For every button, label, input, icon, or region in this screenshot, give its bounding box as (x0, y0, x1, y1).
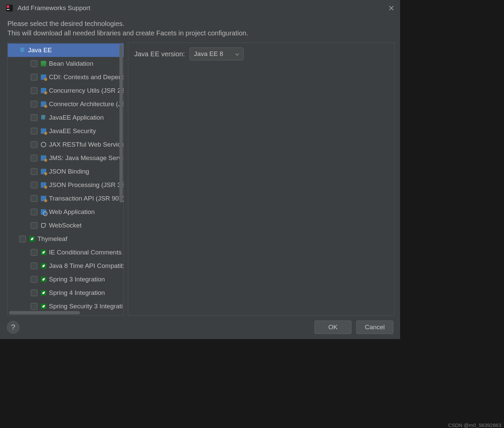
tree-item-label: JavaEE Security (49, 127, 96, 135)
vertical-scrollbar[interactable] (119, 44, 123, 203)
intellij-icon (5, 4, 13, 12)
tree-item-label: IE Conditional Comments S (49, 249, 123, 256)
checkbox[interactable] (31, 303, 37, 310)
tree-item-concurrency-utils-jsr-236[interactable]: Concurrency Utils (JSR 236 (8, 84, 123, 97)
checkbox[interactable] (31, 60, 37, 67)
leaf-icon (40, 249, 47, 256)
tree-item-label: JSON Processing (JSR 353 (49, 181, 123, 189)
tree-item-transaction-api-jsr-907[interactable]: Transaction API (JSR 907) (8, 192, 123, 205)
cube-icon (40, 168, 47, 175)
watermark: CSDN @m0_56392863 (448, 422, 501, 428)
tree-item-label: WebSocket (49, 222, 82, 229)
tree-item-websocket[interactable]: WebSocket (8, 219, 123, 232)
dropdown-value: Java EE 8 (194, 50, 223, 58)
tree-item-ie-conditional-comments-s[interactable]: IE Conditional Comments S (8, 246, 123, 259)
tree-item-label: Transaction API (JSR 907) (49, 195, 123, 202)
svg-rect-1 (7, 5, 9, 8)
tree-item-json-processing-jsr-353[interactable]: JSON Processing (JSR 353 (8, 178, 123, 192)
description-line1: Please select the desired technologies. (7, 19, 393, 28)
sock-icon (40, 222, 47, 229)
globe-icon (40, 141, 47, 148)
checkbox[interactable] (31, 222, 37, 229)
cube-icon (40, 195, 47, 202)
cube-icon (40, 101, 47, 108)
leaf-icon (40, 276, 47, 283)
help-button[interactable]: ? (7, 321, 20, 334)
checkbox[interactable] (31, 114, 37, 121)
tree-item-javaee-application[interactable]: 匪JavaEE Application (8, 111, 123, 124)
tree-item-java-ee[interactable]: 匪Java EE (8, 43, 123, 57)
checkbox[interactable] (31, 276, 37, 283)
technologies-tree[interactable]: 匪Java EEBean ValidationCDI: Contexts and… (7, 42, 124, 315)
tree-item-label: Concurrency Utils (JSR 236 (49, 87, 123, 94)
chevron-down-icon (235, 50, 239, 58)
tree-item-label: Bean Validation (49, 60, 93, 67)
checkbox[interactable] (31, 289, 37, 296)
checkbox[interactable] (31, 141, 37, 148)
leaf-icon (29, 236, 35, 242)
checkbox[interactable] (31, 249, 37, 256)
tree-item-label: JSON Binding (49, 168, 89, 175)
web-icon (40, 209, 47, 215)
checkbox[interactable] (19, 236, 26, 242)
tree-item-label: Web Application (49, 208, 95, 216)
tree-item-javaee-security[interactable]: JavaEE Security (8, 124, 123, 138)
javaee-icon: 匪 (40, 114, 47, 121)
titlebar: Add Frameworks Support (0, 0, 400, 16)
description-line2: This will download all needed libraries … (7, 28, 393, 38)
tree-item-label: Connector Architecture (JS (49, 100, 123, 108)
tree-item-web-application[interactable]: Web Application (8, 205, 123, 219)
leaf-icon (40, 263, 47, 269)
cube-icon (40, 74, 47, 81)
tree-item-label: Spring 4 Integration (49, 289, 105, 297)
checkbox[interactable] (31, 128, 37, 134)
cube-icon (40, 155, 47, 161)
cube-icon (40, 128, 47, 134)
javaee-icon: 匪 (19, 47, 26, 54)
tree-item-java-8-time-api-compatibi[interactable]: Java 8 Time API Compatibi (8, 259, 123, 273)
cancel-button[interactable]: Cancel (356, 320, 393, 334)
dialog-footer: ? OK Cancel (0, 315, 400, 339)
tree-item-label: JMS: Java Message Service (49, 154, 123, 162)
leaf-icon (40, 289, 47, 296)
tree-item-thymeleaf[interactable]: Thymeleaf (8, 232, 123, 246)
javaee-version-dropdown[interactable]: Java EE 8 (190, 48, 244, 60)
javaee-version-label: Java EE version: (134, 50, 185, 58)
close-icon[interactable] (388, 5, 395, 11)
tree-item-spring-4-integration[interactable]: Spring 4 Integration (8, 286, 123, 300)
tree-item-cdi-contexts-and-depend[interactable]: CDI: Contexts and Depend (8, 70, 123, 84)
dialog-title: Add Frameworks Support (18, 4, 90, 12)
tree-item-connector-architecture-js[interactable]: Connector Architecture (JS (8, 97, 123, 111)
horizontal-scrollbar[interactable] (9, 311, 80, 314)
checkbox[interactable] (31, 101, 37, 108)
checkbox[interactable] (31, 74, 37, 81)
checkbox[interactable] (31, 209, 37, 215)
tree-item-label: Java 8 Time API Compatibi (49, 262, 123, 270)
bean-icon (40, 60, 47, 67)
tree-item-label: Java EE (28, 47, 52, 54)
description: Please select the desired technologies. … (0, 16, 400, 40)
tree-item-label: JAX RESTful Web Services (49, 141, 123, 148)
checkbox[interactable] (31, 263, 37, 269)
checkbox[interactable] (31, 182, 37, 188)
svg-rect-2 (7, 9, 9, 10)
tree-item-jms-java-message-service[interactable]: JMS: Java Message Service (8, 151, 123, 165)
leaf-icon (40, 303, 47, 310)
details-pane: Java EE version: Java EE 8 (128, 42, 395, 315)
tree-item-label: Spring Security 3 Integrati (49, 303, 123, 310)
tree-item-spring-3-integration[interactable]: Spring 3 Integration (8, 273, 123, 286)
ok-button[interactable]: OK (314, 320, 352, 334)
checkbox[interactable] (31, 195, 37, 202)
tree-item-bean-validation[interactable]: Bean Validation (8, 57, 123, 70)
checkbox[interactable] (31, 87, 37, 94)
tree-item-label: Spring 3 Integration (49, 276, 105, 283)
add-frameworks-dialog: Add Frameworks Support Please select the… (0, 0, 400, 339)
tree-item-label: CDI: Contexts and Depend (49, 73, 123, 81)
cube-icon (40, 182, 47, 188)
checkbox[interactable] (31, 155, 37, 161)
checkbox[interactable] (31, 168, 37, 175)
tree-item-jax-restful-web-services[interactable]: JAX RESTful Web Services (8, 138, 123, 151)
tree-item-json-binding[interactable]: JSON Binding (8, 165, 123, 178)
cube-icon (40, 87, 47, 94)
tree-item-label: Thymeleaf (37, 235, 67, 243)
